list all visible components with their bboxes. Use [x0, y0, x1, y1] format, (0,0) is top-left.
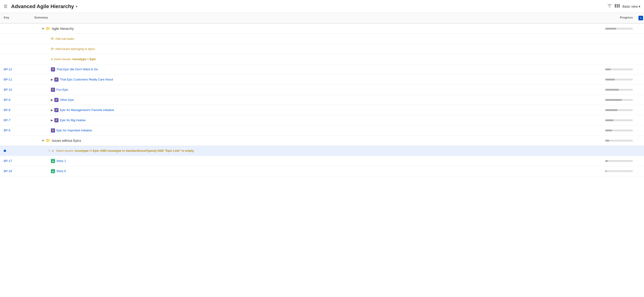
summary-bp7: ▶ ⚡ Epic for Big Iniative — [32, 117, 590, 123]
summary-bp6: ⚡ Epic for Important Initiative — [32, 128, 590, 134]
key-empty-2 — [0, 48, 32, 50]
bp7-summary-link[interactable]: Epic for Big Iniative — [60, 118, 86, 122]
bp8-link[interactable]: BP-8 — [4, 108, 10, 112]
bp17-summary-link[interactable]: Story 1 — [56, 159, 66, 162]
summary-cell-bp7: ▶ ⚡ Epic for Big Iniative — [51, 118, 86, 122]
progress-bp10 — [590, 88, 636, 92]
add-bp9 — [636, 99, 644, 101]
bp10-link[interactable]: BP-10 — [4, 88, 12, 91]
pb-bp16 — [605, 170, 633, 172]
row-add-subtasks: ⟳ Add sub-tasks — [0, 34, 644, 44]
header-right: Basic view ▾ — [607, 4, 640, 9]
group2-add — [636, 140, 644, 142]
filter-icon[interactable] — [607, 4, 612, 9]
view-dropdown-arrow: ▾ — [639, 5, 640, 8]
plus-icon-2: + — [52, 149, 54, 153]
row-bp16: BP-16 ▲ Story 6 — [0, 166, 644, 176]
expand-bp11[interactable]: ▶ — [51, 78, 53, 81]
view-selector[interactable]: Basic view ▾ — [622, 5, 640, 8]
summary-bp11: ▶ ⚡ That Epic Customers Really Care Abou… — [32, 76, 590, 82]
progress-bp8 — [590, 108, 636, 112]
summary-bp12: ⚡ That Epic We Don't Want to Do — [32, 66, 590, 72]
key-bp7: BP-7 — [0, 118, 32, 123]
progress-bp6 — [590, 128, 636, 132]
progress-bar-bg — [605, 28, 633, 30]
collapse-issues-without-epics[interactable]: ▼ — [42, 139, 44, 142]
bp6-summary-link[interactable]: Epic for Important Initiative — [56, 128, 92, 132]
row-bp6: BP-6 ⚡ Epic for Important Initiative — [0, 125, 644, 136]
insert-long-query: issuetype != Epic AND issuetype in stand… — [75, 149, 194, 152]
table-header: Key Summary Progress + — [0, 13, 644, 24]
pb-bp6 — [605, 130, 633, 132]
story-icon-bp17: ▲ — [51, 159, 55, 163]
bp9-link[interactable]: BP-9 — [4, 98, 10, 102]
summary-cell-bp6: ⚡ Epic for Important Initiative — [51, 128, 92, 132]
view-label: Basic view — [622, 5, 638, 8]
add-insert-long — [636, 150, 644, 152]
add-issues-epics-link[interactable]: Add issues belonging to epics — [55, 47, 95, 51]
svg-rect-1 — [617, 4, 618, 8]
pbf-bp12 — [605, 68, 611, 70]
app-header: ☰ Advanced Agile Hierarchy ▾ Basic view … — [0, 0, 644, 13]
expand-bp8[interactable]: ▶ — [51, 109, 53, 112]
epic-icon-bp9: ⚡ — [54, 98, 58, 102]
progress-bp17 — [590, 159, 636, 163]
pb-bp17 — [605, 160, 633, 162]
add-subtasks-link[interactable]: Add sub-tasks — [55, 37, 74, 40]
bp8-summary-link[interactable]: Epic for Management's Favorite Initiativ… — [60, 108, 114, 112]
key-bp16: BP-16 — [0, 168, 32, 174]
pbf-bp7 — [605, 119, 614, 121]
bp16-link[interactable]: BP-16 — [4, 169, 12, 173]
row-insert-long: ⠿ + Insert issues: issuetype != Epic AND… — [0, 146, 644, 156]
summary-bp8: ▶ ⚡ Epic for Management's Favorite Initi… — [32, 107, 590, 113]
summary-cell-bp10: ⚡ Fun Epic — [51, 88, 68, 92]
key-bp10: BP-10 — [0, 87, 32, 92]
link-icon: ⟳ — [51, 36, 54, 41]
progress-bp9 — [590, 98, 636, 102]
bp16-summary-link[interactable]: Story 6 — [56, 169, 66, 173]
summary-bp17: ▲ Story 1 — [32, 158, 590, 164]
add-empty-3 — [636, 58, 644, 60]
pbf-bp8 — [605, 109, 618, 111]
bp11-link[interactable]: BP-11 — [4, 78, 12, 81]
expand-bp9[interactable]: ▶ — [51, 98, 53, 101]
epic-icon-bp6: ⚡ — [51, 128, 55, 132]
bp12-link[interactable]: BP-12 — [4, 68, 12, 71]
col-progress: Progress — [590, 15, 636, 21]
row-bp12: BP-12 ⚡ That Epic We Don't Want to Do — [0, 64, 644, 74]
add-column-button[interactable]: + — [638, 16, 643, 20]
bp17-link[interactable]: BP-17 — [4, 159, 12, 162]
bp12-summary-link[interactable]: That Epic We Don't Want to Do — [56, 68, 98, 71]
summary-cell-bp11: ▶ ⚡ That Epic Customers Really Care Abou… — [51, 78, 113, 82]
bp6-link[interactable]: BP-6 — [4, 128, 10, 132]
collapse-agile-hierarchy[interactable]: ▼ — [42, 27, 44, 30]
bp9-summary-link[interactable]: Other Epic — [60, 98, 74, 102]
header-left: ☰ Advanced Agile Hierarchy ▾ — [4, 4, 78, 10]
progress-bp7 — [590, 118, 636, 122]
key-bp8: BP-8 — [0, 107, 32, 113]
svg-rect-2 — [618, 4, 620, 8]
expand-bp7[interactable]: ▶ — [51, 119, 53, 122]
story-icon-bp16: ▲ — [51, 169, 55, 173]
summary-bp10: ⚡ Fun Epic — [32, 87, 590, 93]
title-dropdown-icon[interactable]: ▾ — [76, 5, 78, 8]
group2-label: ▼ 📁 Issues without Epics — [42, 138, 81, 143]
progress-bp12 — [590, 68, 636, 71]
bp7-link[interactable]: BP-7 — [4, 118, 10, 122]
key-bp11: BP-11 — [0, 77, 32, 82]
columns-icon[interactable] — [615, 4, 620, 9]
summary-cell-bp8: ▶ ⚡ Epic for Management's Favorite Initi… — [51, 108, 114, 112]
pbf-bp6 — [605, 130, 612, 132]
drag-handle[interactable]: ⠿ — [48, 149, 50, 153]
group-key-empty — [0, 28, 32, 30]
summary-add-issues: ⟳ Add issues belonging to epics — [32, 46, 590, 52]
bp10-summary-link[interactable]: Fun Epic — [56, 88, 68, 91]
summary-bp16: ▲ Story 6 — [32, 168, 590, 174]
progress-bp16 — [590, 169, 636, 173]
bp11-summary-link[interactable]: That Epic Customers Really Care About — [60, 78, 113, 81]
row-bp9: BP-9 ▶ ⚡ Other Epic — [0, 95, 644, 105]
add-bp11 — [636, 79, 644, 80]
group2-summary: ▼ 📁 Issues without Epics — [32, 138, 590, 144]
add-empty — [636, 38, 644, 40]
group-summary: ▼ 📁 Agile Hierarchy — [32, 26, 590, 32]
